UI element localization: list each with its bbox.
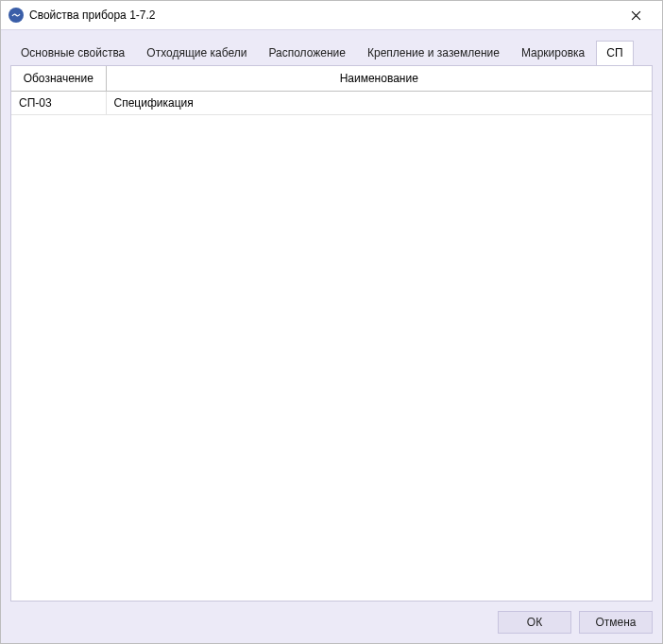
cancel-button[interactable]: Отмена [579,611,653,634]
col-header-code[interactable]: Обозначение [11,66,106,92]
cell-name[interactable]: Спецификация [106,92,652,115]
tab-main-properties[interactable]: Основные свойства [10,41,135,66]
table-row[interactable]: СП-03 Спецификация [11,92,652,115]
button-bar: ОК Отмена [10,602,653,634]
cell-code[interactable]: СП-03 [11,92,106,115]
tab-mounting-ground[interactable]: Крепление и заземление [357,41,510,66]
client-area: Основные свойства Отходящие кабели Распо… [1,29,662,643]
app-icon [8,8,24,23]
window-title: Свойства прибора 1-7.2 [29,8,155,22]
tab-outgoing-cables[interactable]: Отходящие кабели [136,41,257,66]
ok-button[interactable]: ОК [498,611,571,634]
col-header-name[interactable]: Наименование [106,66,652,92]
tab-location[interactable]: Расположение [258,41,356,66]
tab-panel: Обозначение Наименование СП-03 Специфика… [10,65,653,602]
dialog-window: Свойства прибора 1-7.2 Основные свойства… [0,0,663,644]
titlebar: Свойства прибора 1-7.2 [1,1,662,29]
tab-marking[interactable]: Маркировка [511,41,595,66]
tab-sp[interactable]: СП [596,41,633,66]
spec-table: Обозначение Наименование СП-03 Специфика… [11,66,652,115]
table-header-row: Обозначение Наименование [11,66,652,92]
tabstrip: Основные свойства Отходящие кабели Распо… [10,40,653,65]
close-button[interactable] [617,2,654,28]
